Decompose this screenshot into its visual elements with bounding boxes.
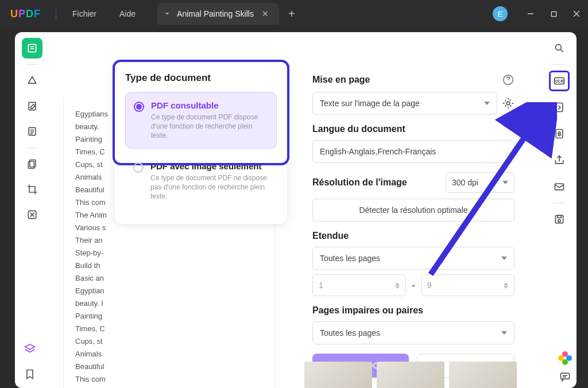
menu-help[interactable]: Aide [108,9,147,18]
close-window-button[interactable] [565,5,588,23]
lang-value: English-Anglais,French-Français [320,147,436,156]
share-icon[interactable] [549,150,570,170]
lang-label: Langue du document [312,124,514,134]
language-select[interactable]: English-Anglais,French-Français [312,140,514,163]
doc-text-line: The Animal Drawing Guide aims to provide… [75,386,264,388]
resolution-label: Résolution de l'image [312,177,407,188]
svg-point-15 [555,44,561,50]
svg-rect-26 [561,373,570,379]
chevron-down-icon [502,181,508,184]
left-toolbar [20,32,45,383]
layout-label: Mise en page [312,75,370,85]
svg-rect-19 [556,103,563,112]
compress-icon[interactable] [549,97,570,118]
option-image-only-pdf[interactable]: PDF avec image seulement Ce type de docu… [125,153,277,209]
email-icon[interactable] [549,176,570,197]
page-thumbnails [304,362,517,388]
right-toolbar: OCR [547,32,572,230]
search-icon[interactable] [549,38,570,59]
layout-select[interactable]: Texte sur l'image de la page [312,92,497,115]
svg-point-25 [558,219,560,222]
crop-icon[interactable] [22,179,42,200]
detect-resolution-button[interactable]: Détecter la résolution optimale [312,199,514,222]
parity-select[interactable]: Toutes les pages [312,321,514,344]
range-dash: - [412,280,415,290]
doc-text-line: This com [75,373,264,386]
chevron-down-icon [501,257,507,260]
option-desc: Ce type de document PDF ne dispose pas d… [150,173,269,201]
protect-icon[interactable] [549,123,570,144]
page-to-value: 9 [427,281,432,290]
layers-icon[interactable] [20,339,40,359]
document-tab[interactable]: Animal Painting Skills ✕ [157,3,279,25]
option-searchable-pdf[interactable]: PDF consultable Ce type de document PDF … [125,92,277,149]
svg-rect-21 [558,134,560,135]
svg-text:OCR: OCR [555,79,564,83]
ocr-button[interactable]: OCR [549,71,570,91]
option-label: PDF avec image seulement [150,161,269,171]
form-icon[interactable] [22,204,42,225]
option-desc: Ce type de document PDF dispose d'une fo… [151,112,268,140]
chevron-down-icon [484,102,490,105]
doc-text-line: Painting [75,310,264,323]
gear-icon[interactable] [502,97,514,110]
doc-text-line: Egyptian [75,285,264,297]
range-select[interactable]: Toutes les pages [312,247,514,270]
doc-text-line: Animals [75,348,264,360]
spinner-icon [395,282,400,289]
panel-title: Type de document [125,72,277,84]
minimize-button[interactable] [519,5,542,23]
radio-unselected-icon [133,162,144,173]
pages-icon[interactable] [22,154,42,174]
divider [56,7,56,20]
range-label: Etendue [312,231,514,241]
dpi-select[interactable]: 300 dpi [446,172,514,193]
svg-line-16 [561,50,563,52]
layout-value: Texte sur l'image de la page [320,99,420,108]
page-to-input[interactable]: 9 [421,274,514,296]
dpi-value: 300 dpi [452,178,478,187]
radio-selected-icon [134,102,144,112]
maximize-button[interactable] [542,5,565,23]
menu-file[interactable]: Fichier [61,9,108,18]
ai-assistant-icon[interactable] [558,351,572,365]
app-logo: UPDF [0,8,51,20]
option-label: PDF consultable [151,100,268,110]
organize-icon[interactable] [22,121,42,142]
new-tab-button[interactable]: + [279,7,304,21]
parity-label: Pages impaires ou paires [312,305,514,316]
doc-text-line: Times, C [75,323,264,335]
svg-rect-22 [555,184,564,190]
chevron-down-icon [163,10,171,18]
doc-text-line: Step-by- [75,247,264,259]
chevron-down-icon [501,331,507,335]
parity-value: Toutes les pages [320,328,380,337]
doc-text-line: Their an [75,234,264,247]
svg-rect-1 [551,11,556,16]
edit-icon[interactable] [22,96,42,117]
svg-rect-24 [558,215,562,218]
page-from-value: 1 [319,281,323,290]
help-icon[interactable] [502,73,514,86]
doc-text-line: Cups, st [75,335,264,348]
doc-text-line: Build th [75,259,264,272]
markup-icon[interactable] [22,71,42,91]
user-avatar[interactable]: E [493,6,508,21]
save-icon[interactable] [549,209,570,230]
ocr-settings-panel: Mise en page Texte sur l'image de la pag… [299,62,528,388]
close-icon[interactable]: ✕ [260,9,271,18]
comment-icon[interactable] [559,371,571,385]
thumbnail [377,362,444,388]
doc-text-line: beauty. I [75,297,264,310]
bookmark-icon[interactable] [20,364,40,385]
range-value: Toutes les pages [320,254,380,263]
doc-type-panel: Type de document PDF consultable Ce type… [115,62,287,224]
reader-mode-icon[interactable] [22,38,42,59]
titlebar: UPDF Fichier Aide Animal Painting Skills… [0,0,588,28]
svg-point-30 [506,102,510,105]
spinner-icon [504,282,508,289]
page-from-input[interactable]: 1 [312,274,406,296]
tab-title: Animal Painting Skills [177,9,254,18]
doc-text-line: Basic an [75,272,264,285]
doc-text-line: Beautiful [75,360,264,373]
